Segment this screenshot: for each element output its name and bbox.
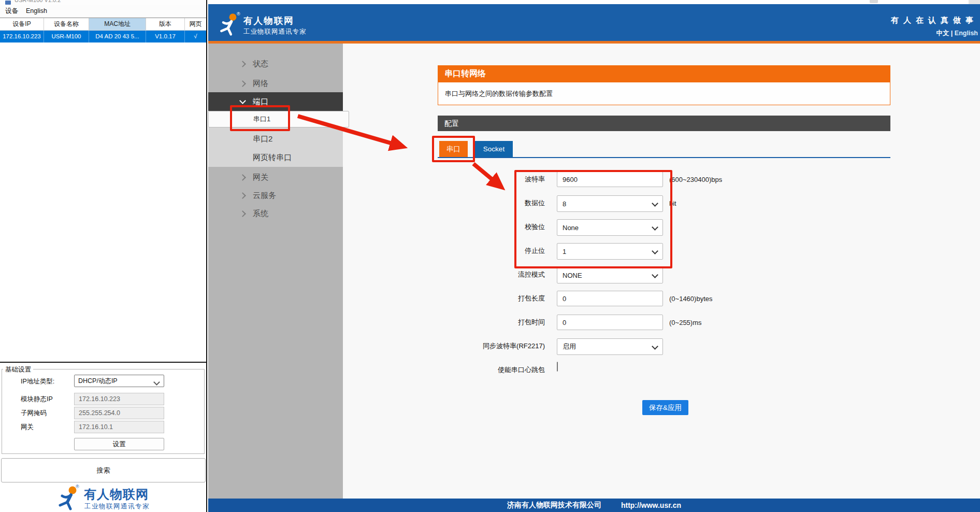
sidebar-item-label: 网关 <box>253 168 268 187</box>
data-bits-value: 8 <box>563 200 566 208</box>
packet-time-input[interactable] <box>557 315 663 330</box>
sidebar-item-cloud[interactable]: 云服务 <box>208 186 343 205</box>
footer-company: 济南有人物联网技术有限公司 <box>507 501 601 510</box>
col-device-ip[interactable]: 设备IP <box>0 18 44 30</box>
form-row-packet-time: 打包时间 (0~255)ms <box>425 315 746 330</box>
sidebar-item-label: 系统 <box>253 204 268 223</box>
baud-rate-input[interactable] <box>557 172 663 187</box>
form-row-packet-length: 打包长度 (0~1460)bytes <box>425 291 746 306</box>
gateway-label: 网关 <box>21 423 34 432</box>
search-button[interactable]: 搜索 <box>1 458 206 482</box>
header-logo-title: 有人物联网 <box>243 15 294 27</box>
gateway-field: 172.16.10.1 <box>74 421 164 433</box>
device-table-header: 设备IP 设备名称 MAC地址 版本 网页 <box>0 18 206 31</box>
header-slogan: 有人在认真做事 <box>891 16 978 25</box>
sidebar-item-serial1-selected[interactable]: 串口1 <box>208 111 349 127</box>
web-footer: 济南有人物联网技术有限公司 http://www.usr.cn <box>208 499 980 512</box>
flow-control-value: NONE <box>563 272 582 279</box>
ip-type-label: IP地址类型: <box>21 377 54 386</box>
sync-baud-select[interactable]: 启用 <box>557 338 663 355</box>
static-ip-field: 172.16.10.223 <box>74 393 164 405</box>
menu-english[interactable]: English <box>23 5 50 17</box>
sidebar-item-gateway[interactable]: 网关 <box>208 168 343 187</box>
sidebar-item-port-expanded[interactable]: 端口 <box>208 92 343 111</box>
packet-length-hint: (0~1460)bytes <box>669 295 712 303</box>
packet-time-hint: (0~255)ms <box>669 319 702 326</box>
subnet-mask-field: 255.255.254.0 <box>74 407 164 419</box>
chevron-right-icon <box>239 80 246 87</box>
window-control-fragment[interactable] <box>870 0 878 3</box>
tab-serial[interactable]: 串口 <box>439 141 468 157</box>
flow-control-select[interactable]: NONE <box>557 267 663 283</box>
app-window-title: USR-M100 V1.0.2 <box>15 0 61 3</box>
cell-device-ip: 172.16.10.223 <box>0 31 44 42</box>
table-row-selected-device[interactable]: 172.16.10.223 USR-M100 D4 AD 20 43 5... … <box>0 31 206 42</box>
col-mac-address[interactable]: MAC地址 <box>89 18 146 30</box>
save-apply-button[interactable]: 保存&应用 <box>642 400 688 415</box>
screen: USR-M100 V1.0.2 设备 English 设备IP 设备名称 MAC… <box>0 0 980 512</box>
ip-type-value: DHCP/动态IP <box>78 377 118 386</box>
menu-device[interactable]: 设备 <box>2 5 21 17</box>
cell-mac-address: D4 AD 20 43 5... <box>89 31 146 42</box>
parity-select[interactable]: None <box>557 219 663 236</box>
web-header: ® 有人物联网 工业物联网通讯专家 有人在认真做事 中文 | English <box>208 4 980 41</box>
cell-device-name: USR-M100 <box>44 31 89 42</box>
page-title: 串口转网络 <box>438 65 890 82</box>
stop-bits-value: 1 <box>563 248 566 255</box>
registered-mark: ® <box>237 11 240 17</box>
baud-rate-hint: (600~230400)bps <box>669 176 722 183</box>
ip-type-select[interactable]: DHCP/动态IP <box>74 375 164 387</box>
lang-en-link[interactable]: English <box>955 30 978 37</box>
registered-mark: ® <box>76 484 79 489</box>
baud-rate-label: 波特率 <box>425 175 545 184</box>
section-header-config: 配置 <box>438 116 890 131</box>
sidebar-item-network[interactable]: 网络 <box>208 74 343 93</box>
serial-settings-form: 波特率 (600~230400)bps 数据位 8 bit 校验位 None 停… <box>425 172 746 386</box>
tab-underline <box>438 157 890 158</box>
cell-webpage-check: √ <box>185 31 206 42</box>
basic-settings-title: 基础设置 <box>3 365 33 374</box>
heartbeat-label: 使能串口心跳包 <box>425 365 545 375</box>
form-row-heartbeat: 使能串口心跳包 <box>425 362 746 378</box>
heartbeat-checkbox[interactable] <box>557 362 558 372</box>
sidebar-item-system[interactable]: 系统 <box>208 204 343 223</box>
col-webpage[interactable]: 网页 <box>185 18 206 30</box>
sync-baud-label: 同步波特率(RF2217) <box>425 342 545 351</box>
col-device-name[interactable]: 设备名称 <box>44 18 89 30</box>
web-config-page: ® 有人物联网 工业物联网通讯专家 有人在认真做事 中文 | English 状… <box>208 0 980 512</box>
stop-bits-select[interactable]: 1 <box>557 243 663 260</box>
app-logo-title: 有人物联网 <box>84 486 149 503</box>
sidebar-item-label: 状态 <box>253 54 268 73</box>
footer-url-link[interactable]: http://www.usr.cn <box>621 501 681 509</box>
app-logo-subtitle: 工业物联网通讯专家 <box>84 502 150 511</box>
form-row-data-bits: 数据位 8 bit <box>425 195 746 211</box>
sidebar-item-serial2[interactable]: 串口2 <box>208 130 343 148</box>
window-control-fragment[interactable] <box>969 0 980 4</box>
app-menubar: 设备 English <box>0 5 206 18</box>
data-bits-select[interactable]: 8 <box>557 195 663 212</box>
device-setup-app-window: USR-M100 V1.0.2 设备 English 设备IP 设备名称 MAC… <box>0 0 207 512</box>
lang-zh-link[interactable]: 中文 <box>936 30 949 37</box>
form-row-flow-control: 流控模式 NONE <box>425 267 746 282</box>
col-version[interactable]: 版本 <box>146 18 185 30</box>
form-row-stop-bits: 停止位 1 <box>425 243 746 259</box>
chevron-right-icon <box>239 174 246 181</box>
sidebar-item-web-to-serial[interactable]: 网页转串口 <box>208 148 343 167</box>
sidebar-item-label: 串口2 <box>253 130 272 148</box>
subnet-mask-label: 子网掩码 <box>21 409 47 418</box>
form-row-parity: 校验位 None <box>425 219 746 235</box>
browser-chrome-clipped <box>208 0 980 4</box>
sidebar-nav: 状态 网络 端口 串口1 串口2 网页转串口 网关 <box>208 44 343 499</box>
chevron-right-icon <box>239 210 246 217</box>
static-ip-label: 模块静态IP <box>21 395 53 404</box>
sidebar-item-status[interactable]: 状态 <box>208 54 343 73</box>
packet-length-input[interactable] <box>557 291 663 306</box>
set-button[interactable]: 设置 <box>74 438 164 450</box>
chevron-right-icon <box>239 192 246 199</box>
tab-socket[interactable]: Socket <box>475 141 513 157</box>
stop-bits-label: 停止位 <box>425 246 545 255</box>
header-logo-subtitle: 工业物联网通讯专家 <box>243 27 307 36</box>
cell-version: V1.0.17 <box>146 31 185 42</box>
packet-time-label: 打包时间 <box>425 318 545 327</box>
chevron-down-icon <box>239 97 246 104</box>
